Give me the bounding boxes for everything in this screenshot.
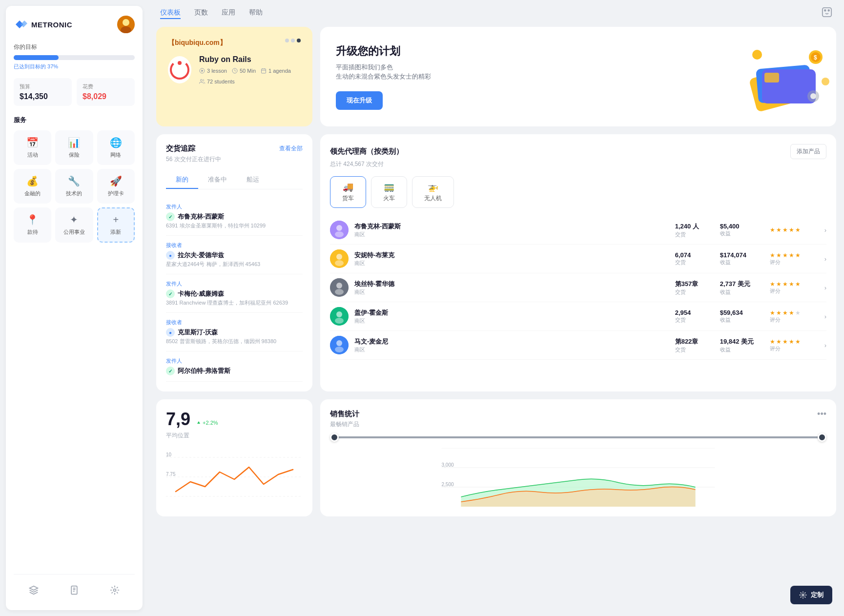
delivery-tab-2[interactable]: 船运 <box>237 171 269 189</box>
delivery-icon-4: ✓ <box>166 367 175 375</box>
customize-label: 定制 <box>811 591 823 599</box>
agent-rating-3: ★★★★★ 评分 <box>770 309 819 324</box>
agent-arrow-4[interactable]: › <box>824 342 826 349</box>
upgrade-title: 升级您的计划 <box>336 44 431 59</box>
sales-slider-left[interactable] <box>330 433 339 442</box>
svg-point-20 <box>822 78 829 85</box>
service-icon-8: + <box>113 214 119 226</box>
agent-tab-1[interactable]: 🚃火车 <box>371 176 407 208</box>
file-icon[interactable] <box>66 582 82 600</box>
topnav-link-仪表板[interactable]: 仪表板 <box>160 8 181 19</box>
agent-arrow-1[interactable]: › <box>824 255 826 263</box>
service-item-6[interactable]: 📍款待 <box>14 207 51 243</box>
course-dot <box>178 61 182 65</box>
upgrade-button[interactable]: 现在升级 <box>336 91 383 110</box>
svg-point-30 <box>336 283 342 288</box>
settings-icon[interactable] <box>107 582 123 600</box>
sales-menu-icon[interactable]: ••• <box>817 409 826 419</box>
service-name-8: 添新 <box>110 228 121 236</box>
agent-avatar-3 <box>330 307 349 326</box>
sales-slider-right[interactable] <box>818 433 826 442</box>
topnav-link-页数[interactable]: 页数 <box>194 8 208 19</box>
star-0-0: ★ <box>770 226 775 233</box>
delivery-subtitle: 56 次交付正在进行中 <box>166 155 303 164</box>
expense-card: 花费 $8,029 <box>77 78 135 106</box>
notification-icon[interactable] <box>822 7 832 20</box>
agent-transactions-1: 6,074 交货 <box>675 251 714 266</box>
delivery-addr-3: 8502 普雷斯顿路，英格尔伍德，缅因州 98380 <box>166 338 303 345</box>
svg-rect-5 <box>823 8 831 17</box>
service-name-2: 网络 <box>110 151 121 159</box>
agent-arrow-3[interactable]: › <box>824 313 826 320</box>
svg-point-34 <box>335 318 344 324</box>
delivery-role-2: 发件人 <box>166 280 303 287</box>
layers-icon[interactable] <box>26 582 41 600</box>
agent-name-0: 布鲁克林-西蒙斯 <box>354 222 669 231</box>
agent-name-3: 盖伊-霍金斯 <box>354 308 669 317</box>
agent-info-3: 盖伊-霍金斯 南区 <box>354 308 669 325</box>
service-item-4[interactable]: 🔧技术的 <box>55 169 93 204</box>
svg-point-25 <box>335 231 344 237</box>
agent-region-3: 南区 <box>354 317 669 325</box>
delivery-view-all[interactable]: 查看全部 <box>279 144 303 153</box>
topnav-link-应用[interactable]: 应用 <box>222 8 235 19</box>
delivery-role-0: 发件人 <box>166 203 303 210</box>
customize-button[interactable]: 定制 <box>790 586 832 604</box>
agent-tab-2[interactable]: 🚁无人机 <box>412 176 454 208</box>
svg-point-31 <box>335 289 344 295</box>
service-item-8[interactable]: +添新 <box>97 207 135 243</box>
delivery-items: 发件人 ✓ 布鲁克林-西蒙斯 6391 埃尔金圣塞莱斯特，特拉华州 10299 … <box>166 197 303 382</box>
avatar[interactable] <box>117 16 135 33</box>
topnav-link-帮助[interactable]: 帮助 <box>249 8 263 19</box>
star-1-1: ★ <box>776 252 782 259</box>
service-name-0: 活动 <box>27 151 38 159</box>
add-product-button[interactable]: 添加产品 <box>790 144 826 159</box>
service-item-5[interactable]: 🚀护理卡 <box>97 169 135 204</box>
agent-tab-icon-2: 🚁 <box>428 182 438 192</box>
agent-arrow-0[interactable]: › <box>824 226 826 234</box>
expense-label: 花费 <box>82 83 129 90</box>
upgrade-text: 升级您的计划 平面插图和我们多色 生动的未混合紫色头发女士的精彩 现在升级 <box>336 44 431 110</box>
svg-point-22 <box>810 93 816 99</box>
agent-rating-4: ★★★★★ 评分 <box>770 338 819 352</box>
service-item-1[interactable]: 📊保险 <box>55 130 93 165</box>
agent-arrow-2[interactable]: › <box>824 284 826 291</box>
row-3: 7,9 +2.2% 平均位置 10 7.75 <box>156 399 836 516</box>
course-students: 72 students <box>199 79 235 84</box>
sidebar: METRONIC 你的目标 已达到目标的 37% 预算 $14,350 花费 $… <box>6 6 143 610</box>
star-0-3: ★ <box>789 226 794 233</box>
service-name-5: 护理卡 <box>108 190 124 197</box>
logo-icon <box>14 19 27 30</box>
agent-revenue-4: 19,842 美元 收益 <box>720 337 764 353</box>
service-name-3: 金融的 <box>24 190 41 197</box>
star-3-2: ★ <box>782 309 788 316</box>
service-item-7[interactable]: ✦公用事业 <box>55 207 93 243</box>
delivery-item-4: 发件人 ✓ 阿尔伯特-弗洛雷斯 <box>166 351 303 382</box>
delivery-item-2: 发件人 ✓ 卡梅伦-威廉姆森 3891 Ranchview 理查森博士，加利福尼… <box>166 274 303 313</box>
agent-transactions-2: 第357章 交货 <box>675 280 714 296</box>
delivery-addr-0: 6391 埃尔金圣塞莱斯特，特拉华州 10299 <box>166 222 303 229</box>
agent-avatar-1 <box>330 249 349 268</box>
star-3-4: ★ <box>795 309 801 316</box>
sales-title: 销售统计 <box>330 410 359 419</box>
service-item-3[interactable]: 💰金融的 <box>14 169 51 204</box>
service-item-0[interactable]: 📅活动 <box>14 130 51 165</box>
service-icon-7: ✦ <box>70 214 78 226</box>
agent-transactions-4: 第822章 交货 <box>675 337 714 353</box>
agent-region-4: 南区 <box>354 346 669 353</box>
agent-revenue-1: $174,074 收益 <box>720 251 764 266</box>
delivery-tab-0[interactable]: 新的 <box>166 171 198 189</box>
service-icon-0: 📅 <box>26 137 39 148</box>
logo: METRONIC <box>14 19 72 30</box>
rating-label-1: 评分 <box>770 259 819 266</box>
row-2: 交货追踪 查看全部 56 次交付正在进行中 新的准备中船运 发件人 ✓ 布鲁克林… <box>156 134 836 391</box>
delivery-tab-1[interactable]: 准备中 <box>198 171 237 189</box>
star-3-0: ★ <box>770 309 775 316</box>
agent-tab-label-1: 火车 <box>383 194 395 203</box>
agent-avatar-2 <box>330 278 349 297</box>
svg-text:10: 10 <box>166 452 172 457</box>
agent-tab-0[interactable]: 🚚货车 <box>330 176 366 208</box>
service-item-2[interactable]: 🌐网络 <box>97 130 135 165</box>
star-0-2: ★ <box>782 226 788 233</box>
delivery-name-3: ● 克里斯汀-沃森 <box>166 328 303 337</box>
